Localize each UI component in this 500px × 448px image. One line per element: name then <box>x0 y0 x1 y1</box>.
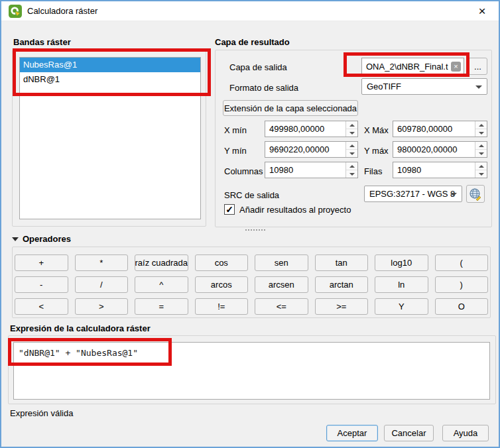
operator-log10-button[interactable]: log10 <box>375 254 428 271</box>
operators-row-2: - / ^ arcos arcsen arctan ln ) <box>15 276 488 293</box>
operator-ln-button[interactable]: ln <box>375 276 428 293</box>
spin-up-icon <box>479 165 484 168</box>
spin-down-button[interactable] <box>475 150 487 157</box>
output-format-value: GeoTIFF <box>367 82 401 91</box>
spinner-control[interactable] <box>475 162 487 178</box>
operator-equals-button[interactable]: = <box>135 298 188 315</box>
operator-asin-button[interactable]: arcsen <box>255 276 308 293</box>
add-results-checkbox-label[interactable]: Añadir resultados al proyecto <box>239 205 351 215</box>
operator-close-paren-button[interactable]: ) <box>435 276 489 293</box>
output-layer-input[interactable]: ONA_2\dNBR_Final.tif × <box>361 58 464 75</box>
result-group-label: Capa de resultado <box>215 37 290 47</box>
y-max-label: Y máx <box>364 146 389 156</box>
operator-or-button[interactable]: O <box>435 298 489 315</box>
operator-acos-button[interactable]: arcos <box>195 276 249 293</box>
x-min-spinbox[interactable]: 499980,00000 <box>265 121 358 137</box>
accept-button[interactable]: Aceptar <box>326 425 378 441</box>
operator-tan-button[interactable]: tan <box>315 254 369 271</box>
operator-multiply-button[interactable]: * <box>75 254 129 271</box>
expression-group-label: Expresión de la calculadora ráster <box>10 323 151 333</box>
y-max-spinbox[interactable]: 9800020,00000 <box>393 141 487 158</box>
operator-sin-button[interactable]: sen <box>255 254 308 271</box>
spin-down-button[interactable] <box>475 170 487 178</box>
rows-spinbox[interactable]: 10980 <box>393 162 487 178</box>
spin-up-icon <box>349 165 355 168</box>
browse-output-button[interactable]: ... <box>468 58 487 75</box>
operators-group-label: Operadores <box>23 234 71 244</box>
raster-bands-list[interactable]: NubesRas@1 dNBR@1 <box>19 57 201 219</box>
expression-status-text: Expresión válida <box>10 408 73 418</box>
operators-row-3: < > = != <= >= Y O <box>15 298 488 315</box>
spin-up-button[interactable] <box>475 162 487 170</box>
x-max-spinbox[interactable]: 609780,00000 <box>393 121 487 137</box>
spin-up-icon <box>479 144 484 147</box>
spin-down-button[interactable] <box>346 170 357 178</box>
spin-up-button[interactable] <box>346 162 357 170</box>
close-button[interactable]: × <box>472 3 492 19</box>
raster-calculator-dialog: Calculadora ráster × Bandas ráster Nubes… <box>0 0 500 448</box>
help-button[interactable]: Ayuda <box>442 425 489 441</box>
operator-greater-equal-button[interactable]: >= <box>315 298 369 315</box>
operator-atan-button[interactable]: arctan <box>315 276 369 293</box>
operator-plus-button[interactable]: + <box>15 254 68 271</box>
operator-greater-than-button[interactable]: > <box>75 298 129 315</box>
splitter-handle[interactable] <box>245 229 265 231</box>
collapse-triangle-icon[interactable] <box>12 237 19 241</box>
spin-up-button[interactable] <box>346 121 357 129</box>
operator-cos-button[interactable]: cos <box>195 254 249 271</box>
spin-down-icon <box>349 152 355 155</box>
clear-field-icon[interactable]: × <box>451 62 461 72</box>
spin-down-button[interactable] <box>475 129 487 137</box>
spin-up-icon <box>349 144 355 147</box>
globe-crs-icon <box>469 188 482 201</box>
operator-minus-button[interactable]: - <box>15 276 68 293</box>
columns-label: Columnas <box>224 166 263 176</box>
list-item-band[interactable]: NubesRas@1 <box>20 58 200 72</box>
spin-down-icon <box>479 173 484 176</box>
rows-label: Filas <box>364 166 382 176</box>
y-min-value: 9690220,00000 <box>269 144 329 154</box>
spin-up-button[interactable] <box>475 142 487 150</box>
spin-up-icon <box>349 124 355 127</box>
spin-up-button[interactable] <box>346 142 357 150</box>
operator-not-equal-button[interactable]: != <box>195 298 249 315</box>
y-max-value: 9800020,00000 <box>397 144 457 154</box>
spinner-control[interactable] <box>345 121 357 137</box>
operator-and-button[interactable]: Y <box>375 298 428 315</box>
operator-divide-button[interactable]: / <box>75 276 129 293</box>
y-min-label: Y mín <box>224 146 247 156</box>
operator-sqrt-button[interactable]: raíz cuadrada <box>135 254 188 271</box>
checkmark-icon: ✓ <box>225 205 233 214</box>
spinner-control[interactable] <box>475 121 487 137</box>
operator-power-button[interactable]: ^ <box>135 276 188 293</box>
spin-up-button[interactable] <box>475 121 487 129</box>
output-crs-select[interactable]: EPSG:32717 - WGS 8 <box>364 186 462 202</box>
operator-open-paren-button[interactable]: ( <box>435 254 489 271</box>
columns-spinbox[interactable]: 10980 <box>265 162 358 178</box>
select-crs-button[interactable] <box>466 185 485 203</box>
bands-group-label: Bandas ráster <box>13 37 71 47</box>
cancel-button[interactable]: Cancelar <box>384 425 434 441</box>
spinner-control[interactable] <box>345 162 357 178</box>
columns-value: 10980 <box>269 165 293 175</box>
rows-value: 10980 <box>397 165 421 175</box>
spin-up-icon <box>479 124 484 127</box>
y-min-spinbox[interactable]: 9690220,00000 <box>265 141 358 158</box>
list-item-band[interactable]: dNBR@1 <box>20 72 200 87</box>
titlebar: Calculadora ráster × <box>1 1 499 21</box>
spinner-control[interactable] <box>345 142 357 157</box>
output-format-label: Formato de salida <box>229 83 298 93</box>
chevron-down-icon <box>475 85 482 89</box>
window-title: Calculadora ráster <box>27 6 97 16</box>
operator-less-than-button[interactable]: < <box>15 298 68 315</box>
selected-layer-extent-button[interactable]: Extensión de la capa seleccionada <box>223 100 358 116</box>
spinner-control[interactable] <box>475 142 487 157</box>
operator-less-equal-button[interactable]: <= <box>255 298 308 315</box>
output-format-select[interactable]: GeoTIFF <box>361 78 487 95</box>
add-results-checkbox[interactable]: ✓ <box>224 204 235 215</box>
x-min-value: 499980,00000 <box>269 124 324 134</box>
expression-input[interactable]: "dNBR@1" + "NubesRas@1" <box>13 342 490 400</box>
qgis-logo-icon <box>9 5 22 18</box>
spin-down-button[interactable] <box>346 129 357 137</box>
spin-down-button[interactable] <box>346 150 357 157</box>
